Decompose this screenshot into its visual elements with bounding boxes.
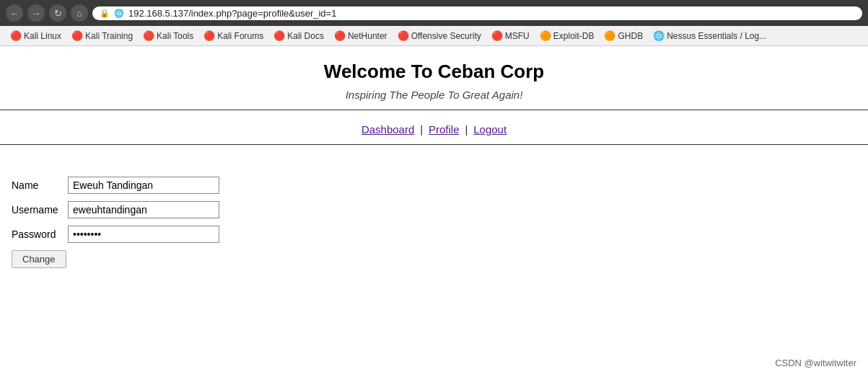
bookmark-label: Kali Docs <box>287 31 324 41</box>
favicon-icon: 🌐 <box>114 9 124 18</box>
separator-2: | <box>465 123 468 136</box>
bookmarks-bar: 🔴 Kali Linux 🔴 Kali Training 🔴 Kali Tool… <box>0 26 868 46</box>
bookmark-kali-tools[interactable]: 🔴 Kali Tools <box>139 29 198 43</box>
name-label: Name <box>12 179 62 191</box>
password-input[interactable] <box>68 226 219 243</box>
nethunter-icon: 🔴 <box>334 30 346 41</box>
bookmark-offensive-security[interactable]: 🔴 Offensive Security <box>393 29 486 43</box>
username-row: Username <box>12 201 856 218</box>
msfu-icon: 🔴 <box>491 30 503 41</box>
name-input[interactable] <box>68 177 219 194</box>
bookmark-exploit-db[interactable]: 🟠 Exploit-DB <box>535 29 599 43</box>
password-label: Password <box>12 229 62 240</box>
bookmark-label: Kali Forums <box>217 31 263 41</box>
page-title: Welcome To Ceban Corp <box>0 61 868 83</box>
logout-link[interactable]: Logout <box>473 123 507 136</box>
page-subtitle: Inspiring The People To Great Again! <box>0 89 868 101</box>
address-bar[interactable] <box>128 8 855 19</box>
kali-tools-icon: 🔴 <box>143 30 154 41</box>
top-divider <box>0 110 868 110</box>
username-label: Username <box>12 204 62 216</box>
kali-linux-icon: 🔴 <box>10 30 22 41</box>
bookmark-label: Kali Training <box>85 31 133 41</box>
home-button[interactable]: ⌂ <box>71 4 88 22</box>
exploit-db-icon: 🟠 <box>540 30 551 41</box>
dashboard-link[interactable]: Dashboard <box>361 123 414 136</box>
bookmark-label: Kali Linux <box>24 31 61 41</box>
kali-training-icon: 🔴 <box>71 30 83 41</box>
form-area: Name Username Password Change <box>0 171 868 281</box>
bookmark-nethunter[interactable]: 🔴 NetHunter <box>330 29 392 43</box>
bottom-divider <box>0 144 868 145</box>
bookmark-label: Kali Tools <box>157 31 193 41</box>
bookmark-kali-linux[interactable]: 🔴 Kali Linux <box>6 29 66 43</box>
bookmark-kali-training[interactable]: 🔴 Kali Training <box>67 29 137 43</box>
kali-docs-icon: 🔴 <box>273 30 285 41</box>
address-bar-wrap: 🔒 🌐 <box>92 6 862 20</box>
nav-links: Dashboard | Profile | Logout <box>0 119 868 144</box>
change-row: Change <box>12 250 856 268</box>
lock-icon: 🔒 <box>100 9 110 18</box>
ghdb-icon: 🟠 <box>604 30 615 41</box>
bookmark-nessus[interactable]: 🌐 Nessus Essentials / Log... <box>649 29 771 43</box>
profile-link[interactable]: Profile <box>429 123 460 136</box>
offensive-security-icon: 🔴 <box>398 30 409 41</box>
change-button[interactable]: Change <box>12 250 66 268</box>
back-button[interactable]: ← <box>6 4 23 22</box>
bookmark-label: Exploit-DB <box>553 31 595 41</box>
bookmark-label: NetHunter <box>348 31 387 41</box>
bookmark-kali-forums[interactable]: 🔴 Kali Forums <box>199 29 268 43</box>
page-content: Welcome To Ceban Corp Inspiring The Peop… <box>0 46 868 171</box>
bookmark-label: Offensive Security <box>411 31 481 41</box>
reload-button[interactable]: ↻ <box>49 4 66 22</box>
password-row: Password <box>12 226 856 243</box>
kali-forums-icon: 🔴 <box>203 30 215 41</box>
browser-chrome: ← → ↻ ⌂ 🔒 🌐 <box>0 0 868 26</box>
username-input[interactable] <box>68 201 219 218</box>
forward-button[interactable]: → <box>27 4 45 22</box>
bookmark-ghdb[interactable]: 🟠 GHDB <box>600 29 647 43</box>
bookmark-msfu[interactable]: 🔴 MSFU <box>487 29 534 43</box>
bookmark-label: MSFU <box>505 31 530 41</box>
nessus-icon: 🌐 <box>653 30 665 41</box>
name-row: Name <box>12 177 856 194</box>
bookmark-label: Nessus Essentials / Log... <box>667 31 766 41</box>
bookmark-label: GHDB <box>618 31 643 41</box>
separator-1: | <box>420 123 423 136</box>
bookmark-kali-docs[interactable]: 🔴 Kali Docs <box>269 29 328 43</box>
